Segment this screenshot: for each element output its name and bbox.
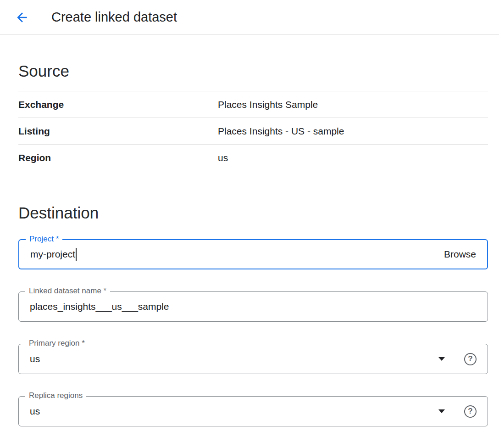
project-field[interactable]: Project * my-project Browse [18, 239, 488, 269]
listing-value: Places Insights - US - sample [218, 126, 344, 137]
primary-region-value: us [30, 353, 40, 364]
page-header: Create linked dataset [0, 0, 499, 35]
main-content: Source Exchange Places Insights Sample L… [0, 62, 499, 426]
replica-regions-field[interactable]: Replica regions us ? [18, 396, 488, 426]
linked-dataset-name-value: places_insights___us___sample [30, 301, 169, 312]
help-icon[interactable]: ? [464, 405, 477, 418]
primary-region-label: Primary region * [25, 339, 89, 348]
arrow-back-icon [15, 10, 29, 25]
replica-regions-label: Replica regions [25, 391, 86, 400]
primary-region-field[interactable]: Primary region * us ? [18, 344, 488, 374]
chevron-down-icon[interactable] [438, 409, 445, 413]
back-button[interactable] [11, 6, 33, 28]
table-row-listing: Listing Places Insights - US - sample [18, 118, 488, 145]
page-title: Create linked dataset [51, 10, 177, 25]
source-table: Exchange Places Insights Sample Listing … [18, 91, 488, 171]
exchange-value: Places Insights Sample [218, 99, 318, 110]
exchange-label: Exchange [18, 99, 218, 110]
table-row-exchange: Exchange Places Insights Sample [18, 91, 488, 118]
linked-dataset-name-field[interactable]: Linked dataset name * places_insights___… [18, 291, 488, 322]
linked-dataset-name-label: Linked dataset name * [25, 286, 110, 296]
replica-regions-value: us [30, 406, 40, 417]
source-section-heading: Source [18, 62, 488, 81]
text-cursor [76, 248, 77, 261]
browse-button[interactable]: Browse [444, 249, 476, 260]
project-field-label: Project * [26, 235, 62, 244]
region-label: Region [18, 152, 218, 163]
help-icon[interactable]: ? [464, 353, 477, 365]
project-field-value: my-project [30, 249, 75, 260]
table-row-region: Region us [18, 145, 488, 171]
chevron-down-icon[interactable] [438, 357, 445, 361]
region-value: us [218, 152, 228, 163]
destination-section-heading: Destination [18, 203, 488, 223]
listing-label: Listing [18, 126, 218, 137]
